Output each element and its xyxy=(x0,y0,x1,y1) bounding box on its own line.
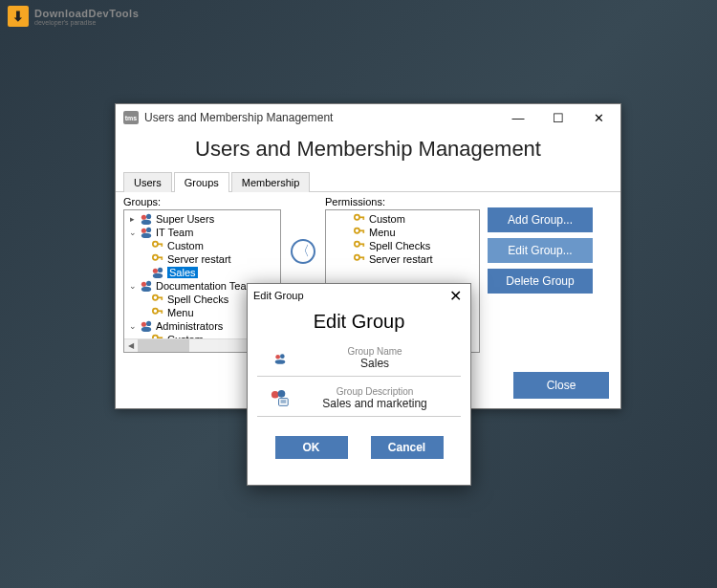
svg-rect-31 xyxy=(358,216,364,218)
tree-node-label: Sales xyxy=(167,267,198,278)
svg-rect-41 xyxy=(362,258,364,260)
brand-icon: ⬇ xyxy=(8,6,29,27)
tree-node[interactable]: Server restart xyxy=(126,252,278,266)
minimize-button[interactable]: — xyxy=(504,108,532,127)
svg-point-3 xyxy=(141,229,146,233)
svg-rect-19 xyxy=(157,296,163,298)
svg-point-26 xyxy=(141,327,151,332)
permission-node[interactable]: Menu xyxy=(328,226,477,239)
permission-node[interactable]: Server restart xyxy=(328,252,477,266)
group-desc-label: Group Description xyxy=(300,386,449,397)
permissions-label: Permissions: xyxy=(325,196,480,207)
delete-group-button[interactable]: Delete Group xyxy=(488,269,593,294)
tab-users[interactable]: Users xyxy=(123,172,172,192)
brand-title: DownloadDevTools xyxy=(34,8,139,19)
group-desc-row: Group Description Sales and marketing xyxy=(257,382,461,417)
permission-node[interactable]: Custom xyxy=(328,212,477,226)
close-button[interactable]: Close xyxy=(513,372,609,399)
svg-point-13 xyxy=(158,268,163,272)
group-name-field[interactable]: Sales xyxy=(300,357,449,370)
svg-point-5 xyxy=(141,233,151,238)
key-node-icon xyxy=(353,227,366,238)
tree-node[interactable]: ⌄IT Team xyxy=(126,226,278,239)
tree-node-label: Custom xyxy=(167,240,204,251)
close-window-button[interactable]: ✕ xyxy=(584,108,613,127)
tree-node-label: Spell Checks xyxy=(167,294,228,305)
svg-point-0 xyxy=(141,215,146,220)
permission-node[interactable]: Spell Checks xyxy=(328,239,477,252)
group-desc-field[interactable]: Sales and marketing xyxy=(300,397,449,410)
tree-caret-icon[interactable]: ⌄ xyxy=(128,281,137,291)
brand-watermark: ⬇ DownloadDevTools developer's paradise xyxy=(8,6,139,27)
svg-rect-22 xyxy=(157,310,163,312)
group-node-icon xyxy=(140,213,153,225)
group-node-icon xyxy=(151,267,164,278)
svg-point-12 xyxy=(153,269,158,273)
svg-rect-8 xyxy=(161,245,163,247)
brand-subtitle: developer's paradise xyxy=(34,19,139,26)
svg-rect-48 xyxy=(281,400,287,401)
tab-groups[interactable]: Groups xyxy=(174,172,229,192)
svg-rect-11 xyxy=(161,258,163,260)
description-icon xyxy=(269,387,291,410)
permission-label: Server restart xyxy=(369,253,433,265)
tab-membership[interactable]: Membership xyxy=(231,172,311,192)
svg-point-1 xyxy=(146,214,151,219)
key-node-icon xyxy=(353,240,366,251)
tree-caret-icon[interactable]: ▸ xyxy=(128,214,137,224)
svg-point-15 xyxy=(141,282,146,287)
svg-rect-32 xyxy=(362,218,364,220)
permission-label: Menu xyxy=(369,227,396,238)
svg-rect-20 xyxy=(161,298,163,300)
dialog-titlebar[interactable]: Edit Group ✕ xyxy=(248,284,470,307)
svg-rect-10 xyxy=(157,256,163,258)
svg-rect-49 xyxy=(281,402,287,403)
key-node-icon xyxy=(151,294,164,305)
tree-node[interactable]: Custom xyxy=(126,239,278,252)
group-icon xyxy=(269,347,291,370)
tree-caret-icon[interactable]: ⌄ xyxy=(128,321,137,331)
maximize-button[interactable]: ☐ xyxy=(544,108,573,127)
key-node-icon xyxy=(151,307,164,318)
ok-button[interactable]: OK xyxy=(275,436,348,459)
group-node-icon xyxy=(140,280,153,292)
page-heading: Users and Membership Management xyxy=(116,131,620,171)
svg-point-17 xyxy=(141,287,151,292)
svg-point-4 xyxy=(146,228,151,232)
svg-rect-34 xyxy=(358,229,364,231)
svg-point-14 xyxy=(153,273,163,278)
svg-rect-23 xyxy=(161,312,163,314)
chevron-left-icon: 〈 xyxy=(296,243,310,260)
permission-label: Spell Checks xyxy=(369,240,430,251)
edit-group-button[interactable]: Edit Group... xyxy=(488,238,593,263)
tree-caret-icon[interactable]: ⌄ xyxy=(128,228,137,237)
svg-point-25 xyxy=(146,321,151,326)
group-node-icon xyxy=(140,227,153,238)
tree-node[interactable]: ▸Super Users xyxy=(126,212,278,226)
tree-node-label: IT Team xyxy=(156,227,193,238)
scroll-left-icon[interactable]: ◀ xyxy=(124,339,138,352)
add-group-button[interactable]: Add Group... xyxy=(488,207,593,232)
svg-rect-37 xyxy=(358,243,364,245)
tree-node-label: Server restart xyxy=(167,253,231,265)
group-name-label: Group Name xyxy=(300,346,449,357)
key-node-icon xyxy=(353,213,366,225)
svg-rect-7 xyxy=(157,243,163,245)
app-icon: tms xyxy=(123,111,139,124)
group-name-row: Group Name Sales xyxy=(257,342,461,377)
tree-node-label: Documentation Team xyxy=(156,280,255,292)
tree-node-label: Super Users xyxy=(156,213,214,225)
key-node-icon xyxy=(151,240,164,251)
permission-label: Custom xyxy=(369,213,405,225)
dialog-close-button[interactable]: ✕ xyxy=(445,287,465,305)
svg-rect-35 xyxy=(362,231,364,233)
scroll-thumb[interactable] xyxy=(138,339,189,352)
svg-point-43 xyxy=(280,354,285,359)
move-left-button[interactable]: 〈 xyxy=(291,239,315,264)
svg-point-16 xyxy=(146,281,151,286)
tree-node[interactable]: Sales xyxy=(126,266,278,279)
svg-point-45 xyxy=(272,391,279,399)
key-node-icon xyxy=(151,253,164,265)
cancel-button[interactable]: Cancel xyxy=(371,436,444,459)
titlebar[interactable]: tms Users and Membership Management — ☐ … xyxy=(116,104,620,131)
